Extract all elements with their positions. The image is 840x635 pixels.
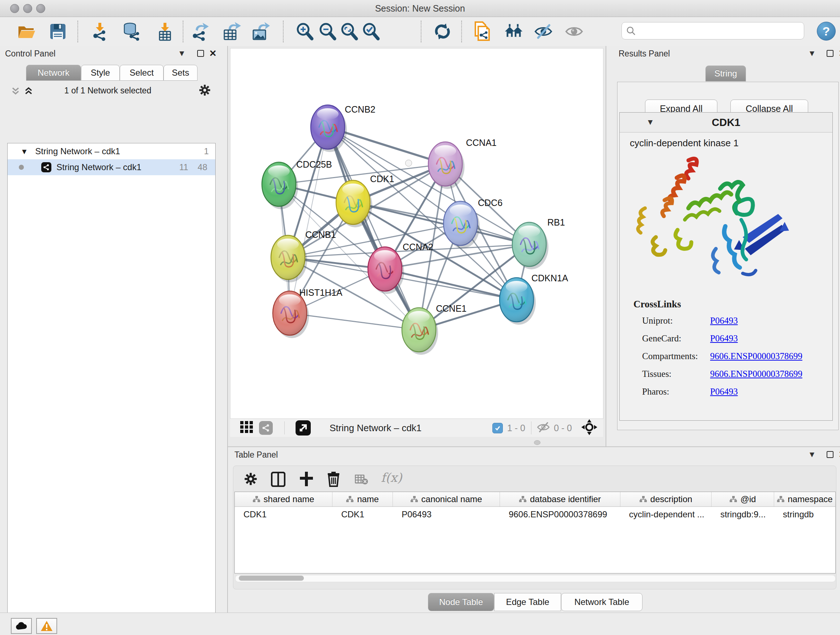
warnings-button[interactable] (36, 618, 57, 634)
tab-network-table[interactable]: Network Table (561, 593, 643, 611)
show-columns-icon[interactable] (271, 472, 286, 488)
divider-grip-dot[interactable] (405, 160, 412, 166)
crosslink-label: Uniprot: (642, 316, 710, 326)
help-button[interactable]: ? (817, 22, 836, 41)
node-label-ccna2: CCNA2 (403, 242, 433, 252)
status-bar: Memory (0, 613, 840, 635)
crosslink-value[interactable]: 9606.ENSP00000378699 (710, 351, 802, 361)
crosslink-value[interactable]: P06493 (710, 386, 737, 397)
gene-section-header[interactable]: ▼ CDK1 (620, 112, 832, 133)
export-image-icon[interactable] (251, 22, 270, 41)
protein-node-ccne1[interactable]: CCNE1 (402, 303, 467, 355)
crosslink-value[interactable]: 9606.ENSP00000378699 (710, 369, 802, 379)
network-type-icon (41, 162, 51, 172)
import-network-database-icon[interactable] (122, 22, 141, 41)
column-type-icon (346, 496, 354, 502)
node-table[interactable]: shared name name canonical name database… (234, 492, 836, 573)
crosslink-row: Uniprot: P06493 (633, 316, 819, 326)
table-divider-grip[interactable] (534, 440, 540, 445)
table-horizontal-scrollbar[interactable] (235, 575, 836, 582)
table-row[interactable]: CDK1 CDK1 P06493 9606.ENSP00000378699 cy… (235, 507, 835, 522)
results-panel-title: Results Panel (619, 49, 670, 59)
network-current-dot (19, 165, 24, 170)
zoom-in-icon[interactable] (295, 22, 314, 41)
network-canvas[interactable]: CCNB2CCNA1CDC25BCDK1CDC6RB1CCNB1CCNA2CDK… (230, 48, 603, 419)
column-header[interactable]: database identifier (500, 492, 621, 507)
clone-network-icon[interactable] (472, 22, 491, 41)
column-header[interactable]: @id (712, 492, 774, 507)
crosslink-value[interactable]: P06493 (710, 316, 737, 326)
protein-node-cdc6[interactable]: CDC6 (444, 198, 502, 249)
column-header[interactable]: name (332, 492, 393, 507)
protein-node-ccna2[interactable]: CCNA2 (368, 242, 433, 294)
tab-network[interactable]: Network (26, 65, 81, 81)
tab-string[interactable]: String (706, 65, 746, 81)
zoom-selected-icon[interactable] (362, 22, 380, 41)
cloud-status-button[interactable] (11, 618, 32, 634)
save-session-icon[interactable] (49, 22, 67, 41)
table-panel-float-icon[interactable]: ▼ (810, 451, 814, 458)
protein-node-ccnb1[interactable]: CCNB1 (271, 230, 336, 282)
home-icon[interactable] (504, 22, 523, 41)
control-panel: Control Panel ▼ ✕ Network Style Select S… (0, 46, 227, 613)
protein-node-rb1[interactable]: RB1 (512, 217, 565, 269)
table-settings-gear-icon[interactable] (243, 472, 258, 488)
tab-edge-table[interactable]: Edge Table (494, 593, 561, 611)
control-panel-maximize-icon[interactable] (197, 50, 204, 57)
control-panel-title: Control Panel (5, 49, 55, 59)
import-network-file-icon[interactable] (90, 22, 109, 41)
tab-node-table[interactable]: Node Table (428, 593, 494, 611)
protein-node-cdk1[interactable]: CDK1 (336, 174, 394, 227)
delete-column-trash-icon[interactable] (327, 471, 340, 488)
search-input[interactable] (636, 25, 804, 36)
column-header[interactable]: description (621, 492, 712, 507)
tab-select[interactable]: Select (120, 65, 164, 81)
search-field[interactable] (622, 22, 804, 40)
apply-layout-icon[interactable] (433, 22, 452, 41)
column-header[interactable]: shared name (235, 492, 332, 507)
table-panel-maximize-icon[interactable] (827, 451, 834, 458)
zoom-fit-icon[interactable] (340, 22, 358, 41)
collection-expand-caret[interactable]: ▼ (22, 148, 27, 155)
protein-node-ccnb2[interactable]: CCNB2 (311, 104, 376, 152)
tab-sets[interactable]: Sets (164, 65, 197, 81)
crosslink-row: Tissues: 9606.ENSP00000378699 (633, 369, 819, 379)
results-panel-close-icon[interactable]: ✕ (838, 49, 840, 58)
gene-description: cyclin-dependent kinase 1 (620, 133, 832, 154)
open-session-icon[interactable] (17, 22, 36, 41)
center-view-crosshair-icon[interactable] (581, 419, 597, 437)
network-collection-row[interactable]: ▼ String Network – cdk1 1 (8, 143, 215, 159)
table-scrollbar-thumb[interactable] (239, 576, 304, 581)
crosslink-value[interactable]: P06493 (710, 333, 737, 344)
hide-selected-eye-icon[interactable] (534, 22, 553, 41)
crosslink-label: Compartments: (642, 351, 710, 361)
selected-checkbox-icon[interactable] (493, 423, 503, 433)
export-table-icon[interactable] (222, 22, 241, 41)
table-panel-close-icon[interactable]: ✕ (838, 450, 840, 459)
results-panel-maximize-icon[interactable] (827, 50, 834, 57)
add-column-icon[interactable] (299, 471, 314, 488)
gene-collapse-caret[interactable]: ▼ (648, 119, 653, 126)
column-header[interactable]: canonical name (393, 492, 500, 507)
protein-node-cdc25b[interactable]: CDC25B (262, 159, 332, 209)
gene-name: CDK1 (712, 117, 741, 128)
network-row[interactable]: String Network – cdk1 11 48 (8, 159, 215, 175)
search-icon (626, 26, 636, 35)
column-header[interactable]: namespace (774, 492, 835, 507)
control-panel-close-icon[interactable]: ✕ (209, 49, 217, 58)
export-network-icon[interactable] (191, 22, 210, 41)
network-node-count: 11 (179, 162, 188, 172)
zoom-out-icon[interactable] (318, 22, 337, 41)
protein-node-cdkn1a[interactable]: CDKN1A (500, 273, 568, 325)
protein-node-hist1h1a[interactable]: HIST1H1A (273, 287, 343, 338)
selected-count: 1 - 0 (507, 423, 525, 433)
open-in-new-window-icon[interactable] (295, 420, 311, 435)
results-panel-float-icon[interactable]: ▼ (810, 50, 814, 57)
network-options-gear-icon[interactable] (198, 84, 211, 98)
network-share-icon[interactable] (259, 421, 273, 435)
tab-style[interactable]: Style (81, 65, 120, 81)
control-panel-float-icon[interactable]: ▼ (180, 50, 184, 57)
import-table-icon[interactable] (156, 22, 174, 41)
birds-eye-grid-icon[interactable] (240, 421, 253, 435)
node-label-ccnb2: CCNB2 (345, 104, 376, 114)
